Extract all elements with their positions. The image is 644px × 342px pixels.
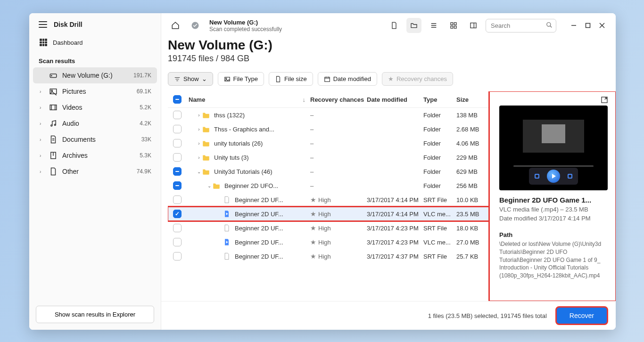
- file-view-icon[interactable]: [387, 18, 402, 33]
- chevron-right-icon: ›: [40, 169, 44, 174]
- col-chances[interactable]: Recovery chances: [310, 96, 367, 103]
- sidebar-item-archives[interactable]: ›Archives5.3K: [29, 147, 161, 163]
- split-view-icon[interactable]: [466, 18, 481, 33]
- list-view-icon[interactable]: [426, 18, 441, 33]
- row-checkbox[interactable]: [173, 210, 182, 218]
- video-controls: [529, 168, 578, 185]
- maximize-button[interactable]: [585, 22, 591, 29]
- sidebar-item-videos[interactable]: ›Videos5.2K: [29, 99, 161, 115]
- tree-chevron-icon[interactable]: ⌄: [206, 183, 212, 188]
- col-date[interactable]: Date modified: [367, 96, 423, 103]
- nav-label: Audio: [62, 120, 135, 127]
- file-list: Name ↓ Recovery chances Date modified Ty…: [161, 91, 489, 301]
- table-row[interactable]: Beginner 2D UF...★High3/17/2017 4:23 PMS…: [168, 221, 489, 235]
- play-icon[interactable]: [547, 170, 560, 183]
- table-row[interactable]: ›Unity tuts (3)–Folder229 MB: [168, 150, 489, 164]
- expand-icon[interactable]: [601, 96, 608, 104]
- filter-file-size[interactable]: File size: [269, 72, 313, 86]
- table-row[interactable]: ›thss (1322)–Folder138 MB: [168, 108, 489, 122]
- svg-line-21: [550, 25, 552, 27]
- table-row[interactable]: ›unity tutorials (26)–Folder4.06 MB: [168, 136, 489, 150]
- sidebar-item-pictures[interactable]: ›Pictures69.1K: [29, 83, 161, 99]
- stop-icon[interactable]: [535, 174, 539, 179]
- row-checkbox[interactable]: [173, 153, 182, 162]
- filter-show[interactable]: Show ⌄: [168, 72, 213, 86]
- row-checkbox[interactable]: [173, 224, 182, 232]
- star-icon: ★: [310, 252, 316, 260]
- fullscreen-icon[interactable]: [568, 174, 572, 179]
- row-checkbox[interactable]: [173, 238, 182, 246]
- home-icon[interactable]: [168, 18, 183, 33]
- filter-file-type[interactable]: File Type: [218, 72, 264, 86]
- recover-button[interactable]: Recover: [556, 307, 607, 324]
- tree-chevron-icon[interactable]: ›: [196, 127, 202, 132]
- row-checkbox[interactable]: [173, 111, 182, 119]
- filter-date-modified[interactable]: Date modified: [318, 72, 377, 86]
- col-name[interactable]: Name ↓: [187, 96, 310, 103]
- tree-chevron-icon[interactable]: ›: [196, 155, 202, 160]
- search-icon[interactable]: [546, 22, 553, 28]
- crumb-subtitle: Scan completed successfully: [209, 26, 282, 33]
- tree-chevron-icon[interactable]: ›: [196, 113, 202, 118]
- search-wrap: [486, 19, 556, 33]
- file-name: Unity tuts (3): [214, 154, 249, 161]
- row-checkbox[interactable]: [173, 252, 182, 261]
- minimize-button[interactable]: [570, 22, 577, 29]
- table-row[interactable]: Beginner 2D UF...★High3/17/2017 4:37 PMS…: [168, 249, 489, 263]
- table-row[interactable]: Beginner 2D UF...★High3/17/2017 4:14 PMS…: [168, 193, 489, 207]
- svg-rect-18: [471, 23, 476, 28]
- recovery-chance: –: [310, 112, 314, 119]
- file-name: Beginner 2D UF...: [235, 225, 283, 232]
- recovery-chance: High: [318, 196, 331, 204]
- row-checkbox[interactable]: [173, 125, 182, 133]
- sidebar-dashboard[interactable]: Dashboard: [29, 34, 161, 51]
- table-row[interactable]: Beginner 2D UF...★High3/17/2017 4:14 PMV…: [168, 207, 489, 221]
- header-checkbox[interactable]: [173, 95, 182, 104]
- sidebar-item-new-volume-g-[interactable]: New Volume (G:)191.7K: [33, 67, 157, 83]
- main-panel: New Volume (G:) Scan completed successfu…: [161, 13, 616, 330]
- row-checkbox[interactable]: [173, 195, 182, 204]
- row-checkbox[interactable]: [173, 167, 182, 176]
- row-checkbox[interactable]: [173, 139, 182, 147]
- table-row[interactable]: Beginner 2D UF...★High3/17/2017 4:23 PMV…: [168, 235, 489, 249]
- filter-recovery-chances[interactable]: ★ Recovery chances: [382, 72, 453, 86]
- folder-icon: [202, 167, 210, 176]
- tree-chevron-icon[interactable]: ›: [196, 141, 202, 146]
- date-modified: 3/17/2017 4:23 PM: [367, 225, 423, 232]
- close-button[interactable]: [599, 22, 605, 29]
- row-checkbox[interactable]: [173, 181, 182, 190]
- hamburger-icon[interactable]: [39, 21, 47, 28]
- table-row[interactable]: ⌄Beginner 2D UFO...–Folder256 MB: [168, 179, 489, 193]
- nav-label: Pictures: [62, 88, 132, 95]
- file-size: 18.0 KB: [456, 225, 489, 232]
- grid-view-icon[interactable]: [446, 18, 461, 33]
- date-modified: 3/17/2017 4:37 PM: [367, 253, 423, 260]
- folder-view-icon[interactable]: [406, 18, 421, 33]
- tree-chevron-icon[interactable]: ⌄: [196, 169, 202, 174]
- star-icon: ★: [310, 224, 316, 232]
- vlc-icon: [223, 238, 231, 246]
- filter-file-size-label: File size: [284, 75, 307, 82]
- list-body[interactable]: ›thss (1322)–Folder138 MB›Thss - Graphic…: [168, 108, 489, 301]
- sidebar-item-other[interactable]: ›Other74.9K: [29, 163, 161, 179]
- date-modified: 3/17/2017 4:14 PM: [367, 211, 423, 218]
- svg-rect-31: [324, 77, 330, 81]
- col-type[interactable]: Type: [423, 96, 456, 103]
- table-row[interactable]: ›Thss - Graphics and...–Folder2.68 MB: [168, 122, 489, 136]
- video-timeline[interactable]: [513, 165, 594, 167]
- preview-path: \Deleted or lost\New Volume (G)\Unity3d …: [499, 240, 608, 280]
- file-size: 138 MB: [456, 112, 489, 119]
- file-size: 256 MB: [456, 182, 489, 189]
- recovery-chance: –: [310, 154, 314, 161]
- sidebar: Disk Drill Dashboard Scan results New Vo…: [29, 13, 161, 330]
- file-size: 27.0 MB: [456, 239, 489, 246]
- file-icon: [223, 195, 231, 204]
- show-in-explorer-button[interactable]: Show scan results in Explorer: [36, 306, 154, 323]
- recovery-chance: –: [310, 168, 314, 175]
- col-size[interactable]: Size: [456, 96, 489, 103]
- sidebar-item-audio[interactable]: ›Audio4.2K: [29, 115, 161, 131]
- svg-rect-23: [586, 24, 590, 28]
- sidebar-item-documents[interactable]: ›Documents33K: [29, 131, 161, 147]
- page-subtitle: 191745 files / 984 GB: [168, 54, 609, 64]
- table-row[interactable]: ⌄Unity3d Tutorials (46)–Folder629 MB: [168, 164, 489, 179]
